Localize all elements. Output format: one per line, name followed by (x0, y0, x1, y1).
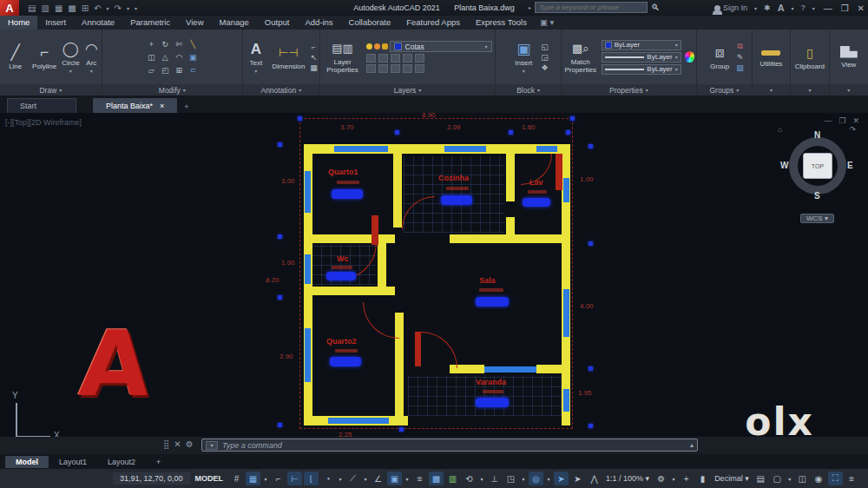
circle-button[interactable]: ◯ Circle ▾ (60, 41, 82, 74)
plot-icon[interactable]: ⊞ (82, 3, 89, 13)
new-layout-button[interactable]: + (146, 456, 171, 468)
dim-left-2[interactable]: 1.00 (281, 259, 295, 267)
dim-right-1[interactable]: 1.00 (580, 175, 594, 183)
explode-icon[interactable]: ▣ (187, 51, 200, 63)
insert-button[interactable]: ▣ Insert ▾ (508, 41, 539, 74)
dim-right-2[interactable]: 4.00 (580, 302, 594, 310)
otrack-icon[interactable]: ∠ (371, 472, 385, 485)
a360-caret-icon[interactable]: ▾ (792, 5, 794, 11)
search-icon[interactable]: 🔍︎ (651, 3, 660, 12)
groups-panel-footer[interactable]: Groups ▾ (697, 84, 752, 96)
room-label-lav[interactable]: Lav (529, 178, 543, 187)
tab-view[interactable]: View (178, 16, 211, 30)
save-as-icon[interactable]: ▩ (68, 3, 76, 13)
tab-featured-apps[interactable]: Featured Apps (398, 16, 468, 30)
close-button[interactable]: ✕ (858, 3, 865, 13)
properties-panel-footer[interactable]: Properties ▾ (562, 84, 696, 96)
pickbox-icon[interactable]: ⋀ (587, 472, 602, 485)
table-icon[interactable]: ▦ (310, 63, 318, 72)
open-file-icon[interactable]: ▥ (41, 3, 49, 13)
dim-bottom[interactable]: 2.25 (339, 431, 352, 437)
edit-block-icon[interactable]: ◲ (541, 53, 549, 62)
command-expand-icon[interactable]: ▴ (690, 441, 694, 449)
tab-express-tools[interactable]: Express Tools (468, 16, 535, 30)
gizmo-icon[interactable]: ◎ (529, 472, 543, 485)
snap-caret-icon[interactable]: ▾ (262, 472, 269, 485)
room-label-cozinha[interactable]: Cozinha (438, 174, 469, 182)
file-tab-start[interactable]: Start (7, 98, 76, 113)
create-block-icon[interactable]: ◱ (541, 43, 549, 51)
command-recent-icon[interactable]: ▾ (206, 441, 218, 450)
polar-tracking-icon[interactable]: ◔ (320, 472, 335, 485)
dynamic-input-icon[interactable]: ⊢ (287, 472, 302, 485)
mirror-icon[interactable]: △ (159, 51, 172, 63)
layer-isolate-icon[interactable] (378, 54, 388, 63)
layer-freeze-icon[interactable] (374, 43, 380, 49)
drawing-canvas[interactable]: [-][Top][2D Wireframe] — ❐ ✕ ⌂ ↷ N S W E… (0, 113, 868, 437)
modify-panel-footer[interactable]: Modify ▾ (102, 84, 242, 96)
snap-toggle-icon[interactable]: ▦ (246, 472, 260, 485)
group-edit-icon[interactable]: ✎ (736, 53, 744, 62)
annotation-scale-dropdown[interactable]: 1:1 / 100% ▾ (606, 474, 649, 483)
redo-caret-icon[interactable]: ▾ (127, 5, 129, 11)
dynamic-ucs-icon[interactable]: ⊥ (487, 472, 502, 485)
tab-output[interactable]: Output (257, 16, 298, 30)
3d-osnap-icon[interactable]: ⟲ (462, 472, 477, 485)
ortho-toggle-icon[interactable]: ⌊ (304, 472, 319, 485)
tab-home[interactable]: Home (0, 16, 37, 30)
file-tab-close-icon[interactable]: × (160, 102, 164, 110)
tab-annotate[interactable]: Annotate (74, 16, 122, 30)
dim-right-3[interactable]: 1.95 (578, 389, 592, 397)
selection-modes-icon[interactable]: ➤ (554, 472, 569, 485)
clipboard-button[interactable]: ▯ Clipboard (792, 44, 826, 70)
layer-freeze2-icon[interactable] (391, 54, 400, 63)
utilities-panel-footer[interactable]: ▾ (753, 84, 790, 96)
command-input[interactable]: ▾ Type a command ▴ (201, 439, 698, 452)
dim-left-3[interactable]: 2.90 (279, 353, 293, 360)
undo-icon[interactable]: ↶ (94, 3, 101, 13)
match-properties-button[interactable]: ▩⌕ Match Properties (563, 40, 598, 74)
room-label-quarto1[interactable]: Quarto1 (328, 168, 358, 176)
tab-manage[interactable]: Manage (212, 16, 257, 30)
layer-properties-button[interactable]: ▤▥ Layer Properties (324, 40, 362, 74)
qat-customize-icon[interactable]: ▾ (135, 5, 137, 11)
copy-icon[interactable]: ◫ (145, 51, 158, 63)
ungroup-icon[interactable]: ⧉ (736, 42, 744, 51)
dimension-button[interactable]: ⊢⊣ Dimension (269, 44, 309, 70)
dim-top-3[interactable]: 1.60 (522, 123, 536, 131)
sign-in-button[interactable]: Sign In (714, 3, 747, 12)
rotate-icon[interactable]: ↻ (159, 38, 172, 50)
room-label-quarto2[interactable]: Quarto2 (326, 337, 357, 346)
layers-panel-footer[interactable]: Layers ▾ (320, 84, 496, 96)
layer-walk-icon[interactable] (378, 64, 388, 73)
block-panel-footer[interactable]: Block ▾ (496, 84, 560, 96)
color-dropdown[interactable]: ByLayer ▾ (602, 40, 681, 50)
dim-top-1[interactable]: 3.70 (340, 123, 354, 131)
3d-osnap-caret-icon[interactable]: ▾ (478, 472, 485, 485)
search-input[interactable] (535, 2, 648, 13)
customization-menu-icon[interactable]: ≡ (845, 472, 859, 485)
isodraft-caret-icon[interactable]: ▾ (362, 472, 369, 485)
polar-caret-icon[interactable]: ▾ (337, 472, 344, 485)
isodraft-icon[interactable]: ⟋ (345, 472, 360, 485)
osnap-caret-icon[interactable]: ▾ (404, 472, 411, 485)
erase-icon[interactable]: ╲ (187, 38, 200, 50)
osnap-toggle-icon[interactable]: ▣ (387, 472, 402, 485)
grid-toggle-icon[interactable]: # (229, 472, 244, 485)
clean-screen-icon[interactable]: ⛶ (828, 472, 843, 485)
app-store-icon[interactable]: ✱ (764, 3, 771, 12)
layer-lock2-icon[interactable] (403, 64, 412, 73)
view-button[interactable]: View (832, 46, 866, 69)
color-wheel-icon[interactable] (685, 51, 694, 63)
lasso-icon[interactable]: ➤ (570, 472, 585, 485)
layer-merge-icon[interactable] (415, 64, 424, 73)
tab-addins[interactable]: Add-ins (297, 16, 340, 30)
isolate-objects-icon[interactable]: ◫ (795, 472, 810, 485)
search-caret-icon[interactable]: ▸ (529, 4, 531, 10)
stretch-icon[interactable]: ▱ (145, 64, 158, 76)
arc-button[interactable]: ◠ Arc ▾ (83, 41, 100, 74)
polyline-button[interactable]: ⌐ Polyline (30, 44, 57, 70)
command-close-icon[interactable]: ✕ (174, 439, 181, 449)
layout-tab-layout2[interactable]: Layout2 (97, 456, 146, 468)
annotation-panel-footer[interactable]: Annotation ▾ (243, 84, 319, 96)
